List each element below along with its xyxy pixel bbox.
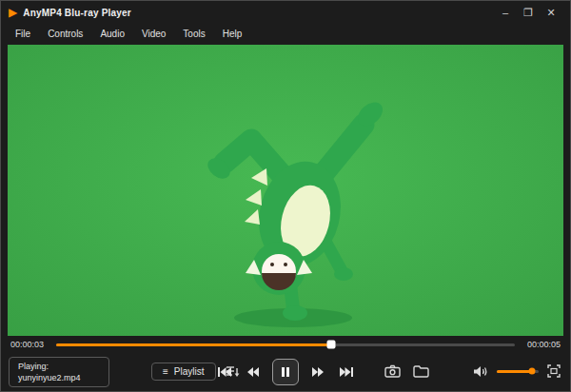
time-elapsed: 00:00:03 bbox=[10, 340, 49, 349]
video-frame-illustration bbox=[8, 45, 563, 336]
playlist-button-label: Playlist bbox=[174, 366, 205, 377]
app-logo-play-icon: ▶ bbox=[9, 7, 17, 18]
open-file-button[interactable] bbox=[413, 365, 429, 378]
menu-item-audio[interactable]: Audio bbox=[91, 27, 133, 41]
control-bar: Playing: yunyinyue2.mp4 ≡ Playlist bbox=[1, 354, 570, 390]
skip-next-icon bbox=[339, 366, 354, 378]
mute-button[interactable] bbox=[473, 365, 488, 378]
maximize-button[interactable]: ❐ bbox=[517, 3, 540, 22]
close-button[interactable]: ✕ bbox=[540, 3, 562, 22]
menu-item-tools[interactable]: Tools bbox=[174, 27, 213, 41]
fullscreen-button[interactable] bbox=[547, 364, 561, 378]
pause-icon bbox=[281, 366, 290, 378]
minimize-button[interactable]: – bbox=[494, 3, 517, 22]
window-title: AnyMP4 Blu-ray Player bbox=[23, 8, 131, 18]
menu-bar: File Controls Audio Video Tools Help bbox=[1, 24, 570, 43]
snapshot-button[interactable] bbox=[384, 364, 401, 378]
next-button[interactable] bbox=[337, 360, 356, 384]
now-playing-filename: yunyinyue2.mp4 bbox=[18, 372, 100, 383]
menu-item-video[interactable]: Video bbox=[133, 27, 174, 41]
capture-open-group bbox=[384, 364, 429, 378]
seek-fill bbox=[56, 343, 331, 346]
speaker-icon bbox=[473, 365, 488, 378]
hamburger-icon: ≡ bbox=[163, 367, 168, 377]
video-canvas[interactable] bbox=[8, 45, 563, 336]
camera-icon bbox=[384, 364, 401, 378]
transport-controls bbox=[215, 359, 356, 385]
folder-icon bbox=[413, 365, 429, 378]
progress-row: 00:00:03 00:00:05 bbox=[1, 336, 570, 353]
fast-rewind-icon bbox=[246, 366, 260, 378]
rewind-button[interactable] bbox=[244, 360, 263, 384]
player-window: ▶ AnyMP4 Blu-ray Player – ❐ ✕ File Contr… bbox=[0, 0, 571, 392]
volume-slider[interactable] bbox=[497, 370, 539, 373]
title-bar: ▶ AnyMP4 Blu-ray Player – ❐ ✕ bbox=[1, 1, 570, 24]
playlist-button[interactable]: ≡ Playlist bbox=[151, 363, 216, 381]
previous-button[interactable] bbox=[215, 360, 234, 384]
volume-handle[interactable] bbox=[529, 368, 536, 375]
pause-button[interactable] bbox=[272, 359, 299, 385]
fast-forward-icon bbox=[311, 366, 325, 378]
forward-button[interactable] bbox=[308, 360, 327, 384]
skip-previous-icon bbox=[217, 366, 232, 378]
menu-item-file[interactable]: File bbox=[7, 27, 39, 41]
seek-handle[interactable] bbox=[327, 341, 336, 349]
volume-fill bbox=[497, 370, 532, 373]
menu-item-controls[interactable]: Controls bbox=[39, 27, 91, 41]
now-playing-box: Playing: yunyinyue2.mp4 bbox=[9, 357, 109, 387]
window-controls: – ❐ ✕ bbox=[494, 3, 562, 22]
now-playing-label: Playing: bbox=[18, 361, 100, 372]
seek-bar[interactable] bbox=[56, 343, 515, 346]
menu-item-help[interactable]: Help bbox=[214, 27, 251, 41]
time-total: 00:00:05 bbox=[522, 340, 561, 349]
volume-fullscreen-group bbox=[473, 364, 561, 378]
fullscreen-icon bbox=[547, 364, 561, 378]
